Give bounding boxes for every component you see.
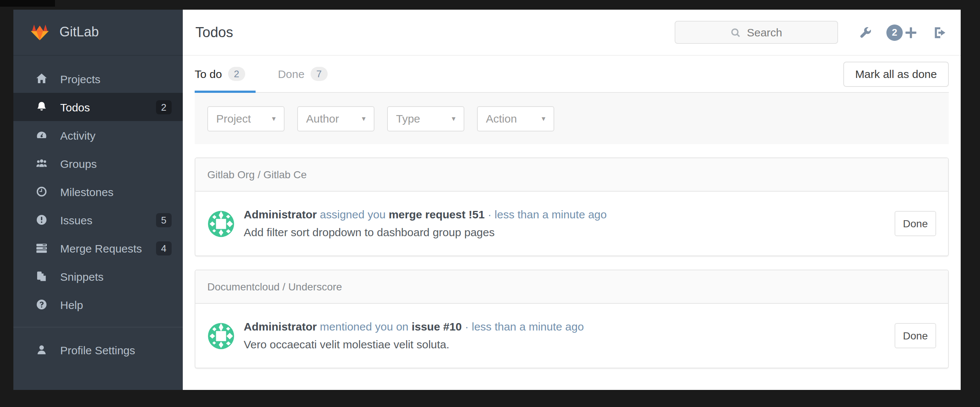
- todos-count-badge: 2: [156, 100, 172, 114]
- sidebar-item-issues[interactable]: Issues 5: [13, 206, 183, 234]
- project-filter-dropdown[interactable]: Project ▾: [207, 106, 285, 131]
- todo-item-text: Administrator mentioned you on issue #10…: [244, 318, 584, 353]
- dashboard-icon: [35, 129, 48, 141]
- tab-to-do[interactable]: To do 2: [195, 56, 256, 92]
- new-project-button[interactable]: [903, 24, 919, 40]
- sidebar-item-snippets[interactable]: Snippets: [13, 262, 183, 290]
- action-filter-dropdown[interactable]: Action ▾: [477, 106, 554, 131]
- todo-author[interactable]: Administrator: [244, 320, 317, 333]
- notification-count-badge[interactable]: 2: [886, 24, 903, 40]
- issues-count-badge: 5: [156, 213, 172, 227]
- sidebar-item-help[interactable]: Help: [13, 290, 183, 319]
- chevron-down-icon: ▾: [452, 114, 455, 122]
- done-button[interactable]: Done: [894, 323, 936, 348]
- todo-item: Administrator assigned you merge request…: [196, 192, 948, 256]
- admin-wrench-button[interactable]: [858, 24, 874, 40]
- window-notch: [0, 0, 55, 7]
- todo-item-title: Administrator assigned you merge request…: [244, 206, 607, 224]
- sidebar-item-groups[interactable]: Groups: [13, 149, 183, 178]
- sidebar-item-activity[interactable]: Activity: [13, 121, 183, 149]
- sidebar-item-label: Snippets: [60, 270, 103, 283]
- type-filter-dropdown[interactable]: Type ▾: [387, 106, 465, 131]
- todo-action-link[interactable]: mentioned you on: [320, 320, 409, 333]
- todo-target-link[interactable]: merge request !51: [388, 208, 484, 221]
- separator-dot: ·: [488, 208, 492, 221]
- sidebar-nav: Projects Todos 2 Activity: [13, 56, 183, 364]
- tab-label: Done: [278, 68, 305, 80]
- todo-target-link[interactable]: issue #10: [412, 320, 462, 333]
- main-content: Todos Search 2: [183, 10, 961, 390]
- sidebar-item-label: Milestones: [60, 185, 113, 198]
- filter-label: Action: [486, 112, 517, 125]
- tab-label: To do: [195, 68, 222, 80]
- user-icon: [35, 343, 48, 356]
- sidebar-item-label: Help: [60, 298, 83, 311]
- done-button[interactable]: Done: [894, 211, 936, 236]
- sidebar-item-milestones[interactable]: Milestones: [13, 178, 183, 206]
- sidebar-item-label: Issues: [60, 213, 92, 226]
- sidebar-item-label: Projects: [60, 72, 100, 85]
- todo-group: Documentcloud / Underscore: [195, 270, 949, 368]
- sidebar: GitLab Projects Todos 2: [13, 10, 183, 390]
- author-filter-dropdown[interactable]: Author ▾: [297, 106, 374, 131]
- avatar[interactable]: [207, 210, 235, 237]
- file-copy-icon: [35, 270, 48, 283]
- tabs-row: To do 2 Done 7 Mark all as done: [195, 56, 949, 93]
- users-icon: [35, 157, 48, 170]
- filter-label: Project: [216, 112, 251, 125]
- topbar-icons: 2: [858, 24, 948, 40]
- todo-item-text: Administrator assigned you merge request…: [244, 206, 607, 242]
- sidebar-item-merge-requests[interactable]: Merge Requests 4: [13, 234, 183, 262]
- mark-all-as-done-button[interactable]: Mark all as done: [843, 61, 949, 86]
- todos-page: To do 2 Done 7 Mark all as done Project …: [183, 56, 961, 390]
- todo-item: Administrator mentioned you on issue #10…: [196, 304, 948, 368]
- merge-requests-count-badge: 4: [156, 241, 172, 255]
- sign-out-icon: [933, 25, 947, 39]
- app-window: GitLab Projects Todos 2: [13, 10, 961, 390]
- tab-done-count: 7: [310, 67, 328, 81]
- question-circle-icon: [35, 298, 48, 311]
- filter-label: Type: [396, 112, 420, 125]
- todo-group: Gitlab Org / Gitlab Ce: [195, 157, 949, 256]
- search-placeholder: Search: [747, 26, 782, 39]
- separator-dot: ·: [465, 320, 468, 333]
- search-icon: [730, 27, 741, 38]
- gitlab-tanuki-icon: [30, 23, 50, 41]
- sidebar-item-label: Activity: [60, 129, 95, 141]
- clock-icon: [35, 185, 48, 198]
- sidebar-item-label: Profile Settings: [60, 343, 135, 356]
- logo-text: GitLab: [59, 24, 99, 40]
- todo-timestamp[interactable]: less than a minute ago: [472, 320, 584, 333]
- plus-icon: [904, 25, 918, 39]
- chevron-down-icon: ▾: [272, 114, 276, 122]
- chevron-down-icon: ▾: [362, 114, 366, 122]
- wrench-icon: [859, 25, 872, 39]
- sidebar-divider: [13, 327, 183, 328]
- sidebar-item-todos[interactable]: Todos 2: [13, 93, 183, 121]
- sidebar-item-profile-settings[interactable]: Profile Settings: [13, 336, 183, 364]
- avatar[interactable]: [207, 322, 235, 350]
- chevron-down-icon: ▾: [542, 114, 545, 122]
- todo-item-body: Vero occaecati velit molestiae velit sol…: [244, 336, 584, 353]
- topbar: Todos Search 2: [183, 10, 961, 56]
- todo-item-title: Administrator mentioned you on issue #10…: [244, 318, 584, 336]
- exclamation-circle-icon: [35, 213, 48, 226]
- bell-icon: [35, 101, 48, 113]
- sidebar-item-projects[interactable]: Projects: [13, 65, 183, 93]
- screen: GitLab Projects Todos 2: [0, 0, 980, 407]
- stack-icon: [35, 242, 48, 254]
- filter-label: Author: [306, 112, 339, 125]
- sign-out-button[interactable]: [932, 24, 948, 40]
- todo-action-link[interactable]: assigned you: [320, 208, 386, 221]
- todo-item-body: Add filter sort dropdown to dashboard gr…: [244, 224, 607, 242]
- tab-done[interactable]: Done 7: [278, 56, 328, 92]
- gitlab-logo[interactable]: GitLab: [13, 10, 183, 56]
- todo-timestamp[interactable]: less than a minute ago: [495, 208, 607, 221]
- sidebar-item-label: Groups: [60, 157, 97, 170]
- todo-group-project-title: Gitlab Org / Gitlab Ce: [196, 158, 948, 192]
- todo-group-project-title: Documentcloud / Underscore: [196, 270, 948, 304]
- sidebar-item-label: Merge Requests: [60, 242, 142, 254]
- todo-author[interactable]: Administrator: [244, 208, 317, 221]
- tab-to-do-count: 2: [228, 67, 245, 81]
- search-input[interactable]: Search: [675, 21, 838, 44]
